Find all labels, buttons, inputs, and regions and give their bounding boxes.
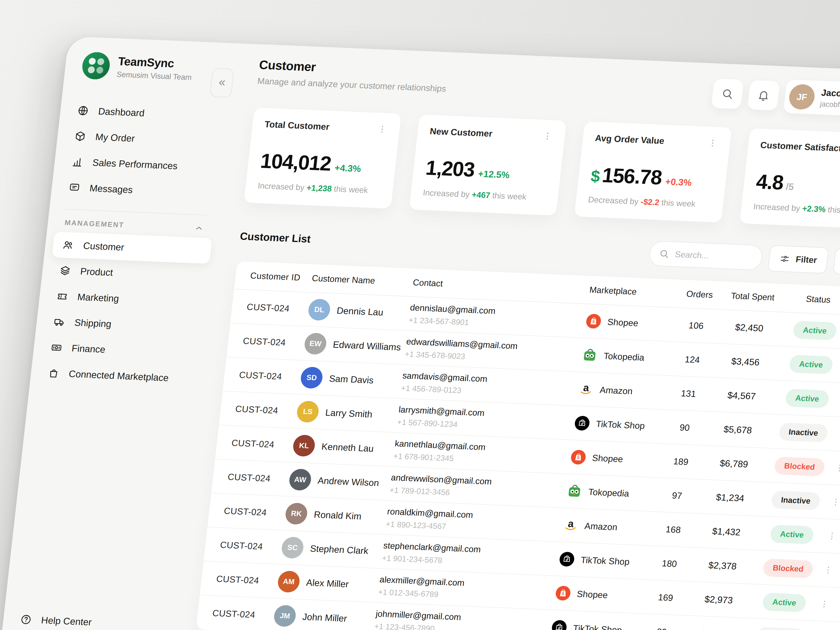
page-subtitle: Manage and analyze your customer relatio…: [257, 76, 447, 94]
marketplace-cell: TikTok Shop: [573, 415, 666, 434]
status-badge: Active: [785, 389, 829, 409]
orders-count: 189: [661, 456, 701, 467]
table-search: [648, 241, 764, 271]
amazon-icon: a: [562, 517, 579, 533]
customer-name-cell: KLKenneth Lau: [292, 434, 396, 460]
stat-suffix: /5: [785, 181, 794, 193]
main-content: Customer Manage and analyze your custome…: [166, 44, 840, 630]
kebab-menu-icon[interactable]: [818, 599, 830, 610]
orders-count: 169: [646, 592, 686, 603]
column-header-total-spent[interactable]: Total Spent: [719, 291, 787, 303]
tiktok-icon: [573, 415, 591, 431]
column-header-customer-id[interactable]: Customer ID: [250, 271, 313, 283]
ticket-icon: [56, 291, 69, 302]
users-icon: [62, 239, 74, 251]
search-icon: [658, 248, 670, 259]
status-cell: Blocked: [755, 558, 821, 579]
shopping-bag-icon: [47, 367, 60, 379]
total-spent: $2,378: [688, 559, 756, 573]
row-actions: [816, 598, 830, 609]
marketplace-cell: SShopee: [555, 585, 647, 604]
sidebar-collapse-button[interactable]: [210, 68, 234, 98]
column-header-status[interactable]: Status: [786, 293, 840, 306]
notifications-button[interactable]: [747, 80, 780, 111]
profile-chip[interactable]: JF Jacob Farrell jacobfarrell@gmail.com: [783, 79, 840, 118]
orders-count: 124: [672, 354, 712, 365]
marketplace-name: Amazon: [584, 521, 618, 532]
total-spent: $6,789: [700, 457, 768, 471]
customer-name-cell: AWAndrew Wilson: [288, 469, 392, 494]
kebab-menu-icon[interactable]: [823, 565, 834, 576]
sidebar-item-label: Product: [80, 266, 114, 278]
column-header-marketplace[interactable]: Marketplace: [589, 285, 681, 298]
total-spent: $5,678: [704, 423, 772, 437]
search-input[interactable]: [674, 249, 753, 262]
sidebar-item-help-center[interactable]: Help Center: [10, 606, 170, 630]
column-header-orders[interactable]: Orders: [679, 289, 720, 300]
customer-id: CUST-024: [223, 505, 286, 518]
kebab-menu-icon[interactable]: [376, 124, 388, 135]
filter-label: Filter: [795, 254, 818, 265]
customer-id: CUST-024: [243, 335, 305, 348]
kebab-menu-icon[interactable]: [830, 497, 840, 508]
status-cell: Blocked: [766, 456, 833, 477]
bell-icon: [756, 89, 771, 102]
list-controls: Filter Sort By: [648, 240, 840, 277]
stat-currency: $: [590, 167, 601, 186]
status-cell: Active: [782, 320, 840, 341]
stat-value: 156.78: [601, 163, 663, 189]
marketplace-cell: TikTok Shop: [558, 551, 651, 570]
stat-card-customer-satisfaction: Customer Satisfaction 4.8 /5 Increased b…: [739, 128, 840, 229]
sidebar-item-label: Help Center: [41, 615, 92, 628]
sidebar-item-label: Customer: [83, 240, 125, 253]
shopee-icon: S: [555, 585, 572, 601]
contact-cell: andrewwilson@gmail.com+1 789-012-3456: [389, 472, 568, 502]
sidebar-item-label: Shipping: [74, 317, 112, 330]
marketplace-cell: aAmazon: [578, 381, 669, 400]
row-actions: [820, 565, 834, 576]
sidebar-footer: Help Center Settings Light Dark: [11, 606, 161, 630]
customer-name: Kenneth Lau: [321, 441, 374, 454]
customer-name-cell: EWEdward Williams: [303, 333, 407, 358]
kebab-menu-icon[interactable]: [826, 531, 838, 542]
kebab-menu-icon[interactable]: [707, 137, 718, 148]
kebab-menu-icon[interactable]: [838, 429, 840, 440]
avatar: AM: [277, 570, 300, 593]
column-header-contact[interactable]: Contact: [412, 278, 590, 295]
teamsync-logo-icon: [81, 51, 111, 80]
status-badge: Active: [789, 355, 834, 374]
stat-card-new-customer: New Customer 1,203 +12.5% Increased by +…: [409, 114, 567, 216]
kebab-menu-icon[interactable]: [542, 131, 553, 142]
marketplace-name: TikTok Shop: [573, 623, 622, 630]
marketplace-name: Shopee: [592, 453, 624, 464]
customer-name: Sam Davis: [328, 373, 374, 385]
tokopedia-icon: [581, 347, 598, 363]
column-header-customer-name[interactable]: Customer Name: [311, 273, 414, 287]
filter-button[interactable]: Filter: [767, 245, 829, 274]
marketplace-name: Amazon: [599, 385, 633, 396]
status-badge: Blocked: [762, 559, 814, 579]
stat-value: 104,012: [259, 149, 332, 175]
total-spent: $2,450: [715, 321, 783, 335]
customer-name: Stephen Clark: [309, 543, 369, 556]
management-section-header[interactable]: MANAGEMENT: [64, 217, 205, 234]
sort-by-button[interactable]: Sort By: [833, 248, 840, 277]
kebab-menu-icon[interactable]: [834, 463, 840, 474]
avatar: JM: [273, 605, 297, 627]
layers-icon: [59, 265, 72, 277]
shopee-icon: S: [585, 313, 602, 329]
sidebar-item-label: My Order: [95, 131, 136, 144]
search-button[interactable]: [711, 79, 744, 109]
marketplace-name: TikTok Shop: [595, 419, 645, 431]
brand: TeamSync Semusim Visual Team: [81, 51, 223, 85]
stat-label: New Customer: [429, 126, 493, 139]
sidebar-divider: [63, 209, 208, 216]
contact-cell: edwardswilliams@gmail.com+1 345-678-9023: [404, 336, 584, 366]
chevron-up-icon[interactable]: [193, 223, 205, 234]
customer-id: CUST-024: [235, 403, 298, 416]
total-spent: $3,456: [711, 355, 779, 369]
customer-id: CUST-024: [246, 302, 309, 314]
tiktok-icon: [551, 619, 567, 630]
stat-value: 1,203: [425, 156, 476, 182]
total-spent: $1,234: [696, 491, 764, 505]
